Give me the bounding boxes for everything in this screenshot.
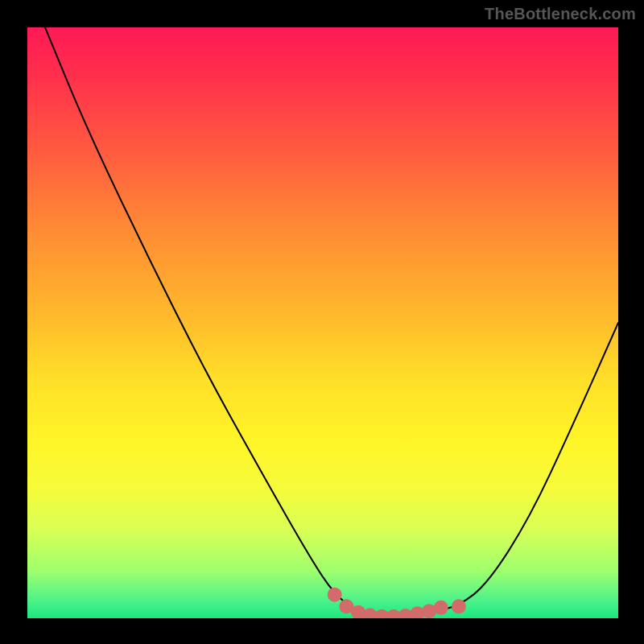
bead-marker bbox=[452, 599, 466, 613]
optimal-range-beads bbox=[27, 27, 618, 618]
bead-marker bbox=[328, 588, 342, 602]
bead-marker bbox=[434, 601, 448, 615]
chart-stage: TheBottleneck.com bbox=[0, 0, 644, 644]
brand-watermark: TheBottleneck.com bbox=[485, 5, 636, 23]
plot-area bbox=[27, 27, 618, 618]
